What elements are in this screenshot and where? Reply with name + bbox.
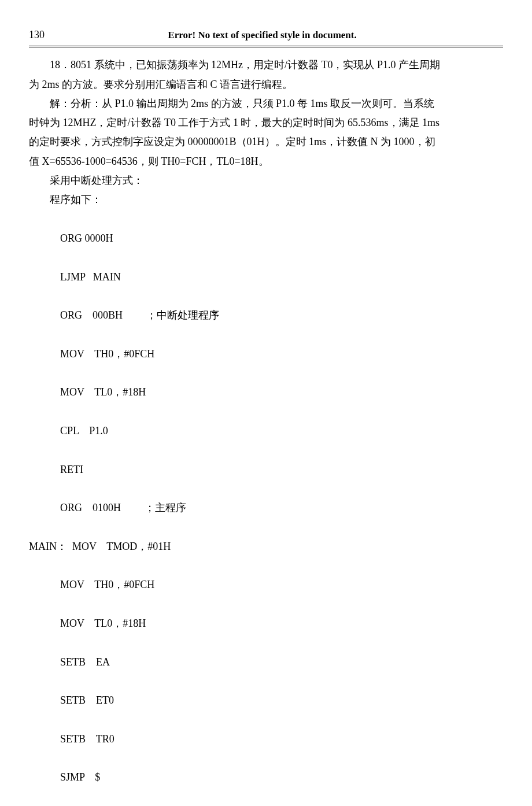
asm-line: MOV TH0，#0FCH bbox=[29, 575, 503, 594]
answer-line4: 值 X=65536-1000=64536，则 TH0=FCH，TL0=18H。 bbox=[29, 152, 503, 171]
header-error-text: Error! No text of specified style in doc… bbox=[45, 26, 480, 44]
asm-line: SETB ET0 bbox=[29, 691, 503, 710]
asm-line: MOV TL0，#18H bbox=[29, 383, 503, 402]
asm-line: LJMP MAIN bbox=[29, 268, 503, 287]
page-container: 130 Error! No text of specified style in… bbox=[0, 0, 532, 806]
asm-line: MAIN： MOV TMOD，#01H bbox=[29, 537, 503, 556]
question-18-line2: 为 2ms 的方波。要求分别用汇编语言和 C 语言进行编程。 bbox=[29, 75, 503, 94]
asm-line: SETB EA bbox=[29, 653, 503, 672]
question-18-line1: 18．8051 系统中，已知振荡频率为 12MHz，用定时/计数器 T0，实现从… bbox=[29, 56, 503, 75]
answer-line1: 解：分析：从 P1.0 输出周期为 2ms 的方波，只须 P1.0 每 1ms … bbox=[29, 94, 503, 113]
asm-line: ORG 000BH ；中断处理程序 bbox=[29, 306, 503, 325]
asm-line: MOV TL0，#18H bbox=[29, 614, 503, 633]
program-label: 程序如下： bbox=[29, 190, 503, 209]
asm-line: SETB TR0 bbox=[29, 730, 503, 749]
interrupt-mode-label: 采用中断处理方式： bbox=[29, 171, 503, 190]
asm-line: SJMP $ bbox=[29, 768, 503, 787]
asm-line: CPL P1.0 bbox=[29, 422, 503, 441]
answer-line3: 的定时要求，方式控制字应设定为 00000001B（01H）。定时 1ms，计数… bbox=[29, 132, 503, 151]
asm-line: ORG 0000H bbox=[29, 229, 503, 248]
answer-line2: 时钟为 12MHZ，定时/计数器 T0 工作于方式 1 时，最大的定时时间为 6… bbox=[29, 113, 503, 132]
asm-line: MOV TH0，#0FCH bbox=[29, 345, 503, 364]
asm-line: ORG 0100H ；主程序 bbox=[29, 498, 503, 517]
assembly-code: ORG 0000H LJMP MAIN ORG 000BH ；中断处理程序 MO… bbox=[29, 210, 503, 806]
asm-line: RETI bbox=[29, 460, 503, 479]
page-header: 130 Error! No text of specified style in… bbox=[29, 25, 503, 47]
page-number: 130 bbox=[29, 25, 45, 45]
